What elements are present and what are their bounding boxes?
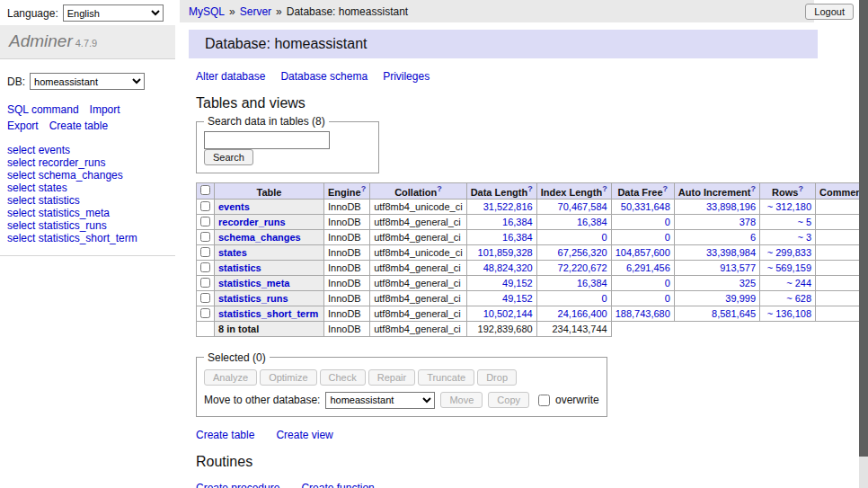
breadcrumb-mysql-link[interactable]: MySQL <box>189 5 225 18</box>
sidebar-table-link[interactable]: select statistics <box>7 194 175 207</box>
create-link[interactable]: Create view <box>276 429 332 441</box>
move-db-select[interactable]: homeassistant <box>325 392 435 409</box>
index-length-link[interactable]: 16,384 <box>577 217 607 227</box>
column-help-link[interactable]: ? <box>751 184 757 193</box>
rows-link[interactable]: ~ 628 <box>786 293 811 304</box>
data-free-link[interactable]: 0 <box>665 278 670 288</box>
data-free-link[interactable]: 50,331,648 <box>621 201 670 212</box>
rows-link[interactable]: ~ 299,833 <box>767 247 811 258</box>
sidebar-table-link[interactable]: select events <box>7 144 175 156</box>
database-nav-link[interactable]: Database schema <box>280 70 368 83</box>
bulk-action-button[interactable]: Optimize <box>260 369 316 386</box>
data-free-link[interactable]: 0 <box>665 232 670 243</box>
rows-link[interactable]: ~ 136,108 <box>767 308 811 319</box>
auto-increment-link[interactable]: 913,577 <box>720 262 756 273</box>
index-length-link[interactable]: 24,166,400 <box>558 308 607 319</box>
data-free-link[interactable]: 188,743,680 <box>616 308 670 319</box>
select-all-checkbox[interactable] <box>200 185 210 195</box>
auto-increment-link[interactable]: 6 <box>750 232 756 243</box>
data-free-link[interactable]: 104,857,600 <box>616 247 670 258</box>
table-name-link[interactable]: statistics_runs <box>218 293 288 304</box>
database-nav-link[interactable]: Privileges <box>383 70 430 83</box>
column-help-link[interactable]: ? <box>663 184 669 193</box>
data-length-link[interactable]: 101,859,328 <box>478 247 533 258</box>
index-length-link[interactable]: 0 <box>602 232 607 243</box>
copy-button[interactable]: Copy <box>488 392 529 408</box>
sidebar-table-link[interactable]: select statistics_runs <box>7 219 175 232</box>
sidebar-table-link[interactable]: select statistics_meta <box>7 207 175 219</box>
row-checkbox[interactable] <box>200 278 210 288</box>
auto-increment-link[interactable]: 8,581,645 <box>712 308 756 319</box>
logout-button[interactable]: Logout <box>805 4 854 20</box>
index-length-link[interactable]: 72,220,672 <box>558 262 607 273</box>
table-name-link[interactable]: statistics_short_term <box>218 308 318 319</box>
column-help-link[interactable]: ? <box>602 184 607 193</box>
rows-link[interactable]: ~ 312,180 <box>767 201 811 212</box>
index-length-link[interactable]: 16,384 <box>577 278 607 288</box>
data-length-link[interactable]: 49,152 <box>502 293 533 304</box>
row-checkbox[interactable] <box>200 293 210 303</box>
move-button[interactable]: Move <box>440 392 483 408</box>
sidebar-action-link[interactable]: Export <box>7 120 39 132</box>
data-length-link[interactable]: 16,384 <box>502 217 533 227</box>
row-checkbox[interactable] <box>200 217 210 226</box>
bulk-action-button[interactable]: Truncate <box>418 369 474 386</box>
data-length-link[interactable]: 10,502,144 <box>483 308 533 319</box>
column-help-link[interactable]: ? <box>437 184 442 193</box>
table-name-link[interactable]: statistics <box>218 262 261 273</box>
rows-link[interactable]: ~ 3 <box>797 232 811 243</box>
auto-increment-link[interactable]: 33,898,196 <box>706 201 756 212</box>
sidebar-action-link[interactable]: SQL command <box>7 103 79 116</box>
sidebar-action-link[interactable]: Create table <box>49 120 108 132</box>
table-name-link[interactable]: recorder_runs <box>218 217 286 227</box>
rows-link[interactable]: ~ 5 <box>797 217 811 227</box>
column-help-link[interactable]: ? <box>527 184 533 193</box>
bulk-action-button[interactable]: Repair <box>368 369 415 386</box>
table-name-link[interactable]: statistics_meta <box>218 278 290 288</box>
auto-increment-link[interactable]: 325 <box>740 278 756 288</box>
db-select[interactable]: homeassistant <box>30 73 145 90</box>
routine-create-link[interactable]: Create procedure <box>196 482 279 488</box>
breadcrumb-server-link[interactable]: Server <box>240 5 271 18</box>
database-nav-link[interactable]: Alter database <box>196 70 265 83</box>
row-checkbox[interactable] <box>200 232 210 242</box>
bulk-action-button[interactable]: Drop <box>477 369 517 386</box>
bulk-action-button[interactable]: Analyze <box>204 369 257 386</box>
row-checkbox[interactable] <box>200 247 210 257</box>
table-name-link[interactable]: schema_changes <box>218 232 301 243</box>
sidebar-table-link[interactable]: select recorder_runs <box>7 156 175 169</box>
bulk-action-button[interactable]: Check <box>320 369 366 386</box>
column-help-link[interactable]: ? <box>798 184 803 193</box>
routine-create-link[interactable]: Create function <box>301 482 374 488</box>
sidebar-table-link[interactable]: select schema_changes <box>7 169 175 182</box>
rows-link[interactable]: ~ 569,159 <box>767 262 811 273</box>
sidebar-table-link[interactable]: select states <box>7 182 175 194</box>
auto-increment-link[interactable]: 378 <box>740 217 756 227</box>
search-input[interactable] <box>204 131 330 149</box>
table-name-link[interactable]: states <box>218 247 247 258</box>
index-length-link[interactable]: 67,256,320 <box>558 247 607 258</box>
sidebar-action-link[interactable]: Import <box>90 103 120 116</box>
data-length-link[interactable]: 48,824,320 <box>483 262 533 273</box>
data-length-link[interactable]: 16,384 <box>502 232 533 243</box>
rows-link[interactable]: ~ 244 <box>786 278 811 288</box>
language-select[interactable]: English <box>63 4 164 22</box>
auto-increment-link[interactable]: 33,398,984 <box>706 247 756 258</box>
search-button[interactable]: Search <box>204 149 253 165</box>
data-free-link[interactable]: 6,291,456 <box>626 262 670 273</box>
overwrite-checkbox[interactable] <box>538 395 550 406</box>
auto-increment-link[interactable]: 39,999 <box>725 293 756 304</box>
data-free-link[interactable]: 0 <box>665 293 670 304</box>
row-checkbox[interactable] <box>200 308 210 318</box>
data-length-link[interactable]: 49,152 <box>502 278 533 288</box>
index-length-link[interactable]: 70,467,584 <box>558 201 607 212</box>
scrollbar-thumb[interactable] <box>859 0 868 457</box>
overwrite-option[interactable]: overwrite <box>535 392 599 409</box>
create-link[interactable]: Create table <box>196 429 254 441</box>
sidebar-table-link[interactable]: select statistics_short_term <box>7 232 175 244</box>
data-free-link[interactable]: 0 <box>665 217 670 227</box>
index-length-link[interactable]: 0 <box>602 293 607 304</box>
data-length-link[interactable]: 31,522,816 <box>483 201 533 212</box>
column-help-link[interactable]: ? <box>361 184 367 193</box>
row-checkbox[interactable] <box>200 262 210 272</box>
